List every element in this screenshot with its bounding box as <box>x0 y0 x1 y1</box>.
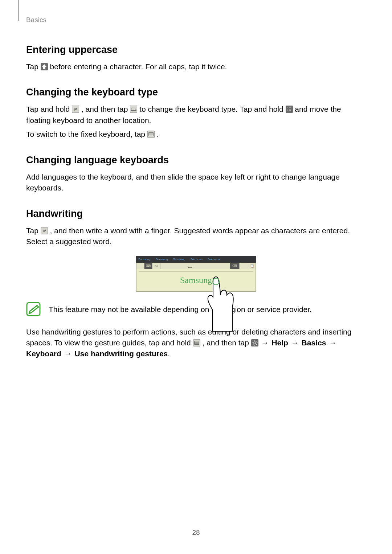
text-fragment: , and then tap <box>202 338 251 347</box>
settings-icon <box>251 339 258 346</box>
text-fragment: to change the keyboard type. Tap and hol… <box>139 105 285 113</box>
header-divider <box>18 0 19 21</box>
suggestion-word: Samsunn <box>208 258 220 261</box>
floating-keyboard-icon <box>130 106 137 113</box>
svg-rect-1 <box>131 108 135 111</box>
svg-point-8 <box>287 110 288 111</box>
text-fragment: Tap and hold <box>26 105 72 113</box>
note-block: This feature may not be available depend… <box>26 302 366 316</box>
toolbar-backspace-icon: ⌫ <box>230 263 240 269</box>
arrow-icon: → <box>64 348 72 359</box>
svg-point-3 <box>289 107 290 108</box>
arrow-icon: → <box>291 337 299 348</box>
suggestion-word: Samsuns <box>190 258 202 261</box>
suggestion-bar: Samsung Samsung Samsung Samsuns Samsunn <box>136 256 256 263</box>
svg-rect-17 <box>194 341 199 344</box>
note-text: This feature may not be available depend… <box>49 302 312 315</box>
toolbar-space-icon: ⎵ <box>160 263 220 269</box>
uppercase-paragraph: Tap before entering a character. For all… <box>26 61 366 72</box>
suggestion-word: Samsung <box>156 258 168 261</box>
text-fragment: . <box>168 349 170 358</box>
svg-point-7 <box>290 109 291 110</box>
suggestion-word: Samsung <box>173 258 185 261</box>
heading-handwriting: Handwriting <box>26 208 366 219</box>
kbtype-paragraph-1: Tap and hold T , and then tap to change … <box>26 104 366 126</box>
bold-text: Basics <box>302 338 326 347</box>
kbtype-paragraph-2: To switch to the fixed keyboard, tap . <box>26 129 366 140</box>
heading-keyboard-type: Changing the keyboard type <box>26 87 366 98</box>
text-fragment: Tap <box>26 62 41 71</box>
suggestion-word: Samsung <box>138 258 151 261</box>
handwriting-paragraph-2: Use handwriting gestures to perform acti… <box>26 327 366 360</box>
svg-line-26 <box>256 344 257 345</box>
svg-point-5 <box>287 109 288 110</box>
text-fragment: Tap <box>26 226 41 235</box>
svg-point-4 <box>290 107 291 108</box>
breadcrumb: Basics <box>26 16 366 24</box>
text-fragment: before entering a character. For all cap… <box>50 62 227 71</box>
heading-entering-uppercase: Entering uppercase <box>26 44 366 56</box>
text-fragment: , and then tap <box>81 105 130 113</box>
note-icon <box>26 302 41 316</box>
handwriting-area: Samsung <box>136 269 256 292</box>
page-number: 28 <box>0 529 392 537</box>
shift-icon <box>41 63 48 70</box>
fixed-keyboard-icon <box>193 339 200 346</box>
toolbar-keyboard-icon: ⌨ <box>144 263 152 269</box>
heading-language-keyboards: Changing language keyboards <box>26 155 366 166</box>
text-fragment: To switch to the fixed keyboard, tap <box>26 130 147 138</box>
handwriting-paragraph-1: Tap T , and then write a word with a fin… <box>26 225 366 247</box>
svg-point-9 <box>289 110 290 111</box>
arrow-icon: → <box>261 337 269 348</box>
t-pen-icon: T <box>72 106 79 113</box>
svg-line-28 <box>256 341 257 341</box>
arrow-icon: → <box>329 337 336 348</box>
text-fragment: . <box>157 130 159 138</box>
svg-point-10 <box>290 110 291 111</box>
lang-paragraph: Add languages to the keyboard, and then … <box>26 172 366 194</box>
text-fragment: , and then write a word with a finger. S… <box>26 226 350 246</box>
toolbar-gap <box>240 263 248 269</box>
toolbar-font-icon: A› <box>152 263 160 269</box>
svg-point-20 <box>254 342 256 344</box>
svg-rect-11 <box>149 133 154 136</box>
keyboard-toolbar: ⌨ A› ⎵ ⌫ 📋 <box>136 263 256 269</box>
svg-point-6 <box>289 109 290 110</box>
toolbar-blank <box>136 263 144 269</box>
t-pen-icon: T <box>41 227 48 234</box>
bold-text: Use handwriting gestures <box>75 349 168 358</box>
toolbar-paste-icon: 📋 <box>248 263 256 269</box>
svg-line-27 <box>253 344 253 345</box>
bold-text: Help <box>271 338 288 347</box>
svg-line-25 <box>253 341 253 341</box>
handwriting-illustration: Samsung Samsung Samsung Samsuns Samsunn … <box>26 256 366 292</box>
fixed-keyboard-icon <box>147 131 155 138</box>
svg-point-2 <box>287 107 288 108</box>
drag-handle-icon <box>286 106 293 113</box>
bold-text: Keyboard <box>26 349 61 358</box>
toolbar-gap <box>220 263 230 269</box>
hand-illustration <box>205 275 238 333</box>
